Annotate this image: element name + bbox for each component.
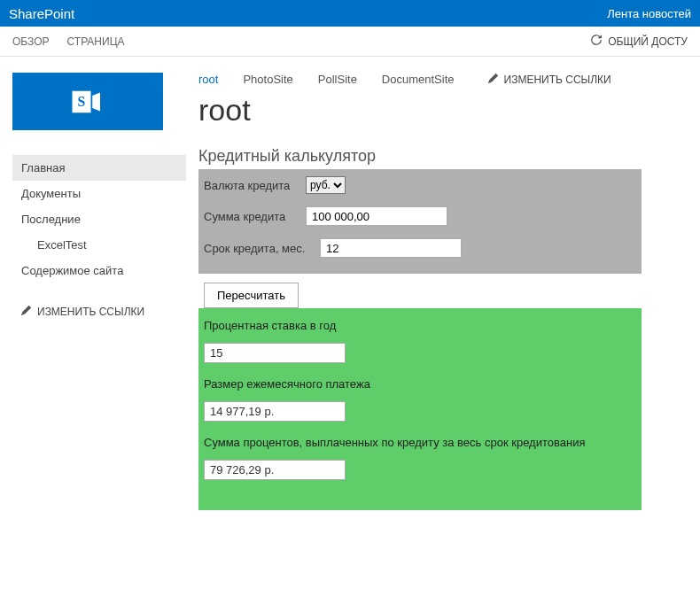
- top-nav-edit-label: ИЗМЕНИТЬ ССЫЛКИ: [504, 74, 611, 86]
- nav-exceltest[interactable]: ExcelTest: [12, 232, 186, 258]
- share-button[interactable]: ОБЩИЙ ДОСТУ: [590, 34, 688, 49]
- ribbon-tab-page[interactable]: СТРАНИЦА: [67, 35, 125, 48]
- nav-documents[interactable]: Документы: [12, 181, 186, 206]
- currency-label: Валюта кредита: [204, 179, 306, 192]
- rate-value: 15: [204, 343, 346, 363]
- rate-label: Процентная ставка в год: [204, 319, 636, 332]
- amount-label: Сумма кредита: [204, 210, 306, 223]
- amount-input[interactable]: [306, 206, 447, 226]
- page-title: root: [198, 93, 700, 128]
- newsfeed-link[interactable]: Лента новостей: [607, 7, 691, 20]
- quick-launch-edit-links[interactable]: ИЗМЕНИТЬ ССЫЛКИ: [12, 299, 186, 324]
- top-nav-root[interactable]: root: [198, 73, 218, 86]
- suite-brand[interactable]: SharePoint: [9, 6, 74, 21]
- top-nav-pollsite[interactable]: PollSite: [318, 73, 357, 86]
- ribbon: ОБЗОР СТРАНИЦА ОБЩИЙ ДОСТУ: [0, 27, 700, 57]
- pencil-icon: [488, 74, 498, 86]
- sharepoint-icon: S: [69, 83, 106, 120]
- sync-icon: [590, 34, 603, 49]
- currency-select[interactable]: руб.: [306, 176, 346, 194]
- nav-site-contents[interactable]: Содержимое сайта: [12, 258, 186, 283]
- top-nav-edit-links[interactable]: ИЗМЕНИТЬ ССЫЛКИ: [488, 74, 611, 86]
- ribbon-tab-browse[interactable]: ОБЗОР: [12, 35, 50, 48]
- calculator-form: Валюта кредита руб. Сумма кредита Срок к…: [198, 169, 642, 274]
- quick-launch: Главная Документы Последние ExcelTest Со…: [12, 155, 186, 283]
- monthly-label: Размер ежемесячного платежа: [204, 377, 636, 391]
- top-nav-documentsite[interactable]: DocumentSite: [382, 73, 455, 86]
- pencil-icon: [21, 306, 31, 318]
- monthly-value: 14 977,19 р.: [204, 401, 346, 422]
- calculator-title: Кредитный калькулятор: [198, 147, 700, 166]
- nav-recent[interactable]: Последние: [12, 206, 186, 232]
- edit-links-label: ИЗМЕНИТЬ ССЫЛКИ: [37, 306, 144, 318]
- nav-home[interactable]: Главная: [12, 155, 186, 181]
- suite-bar: SharePoint Лента новостей: [0, 0, 700, 27]
- total-interest-label: Сумма процентов, выплаченных по кредиту …: [204, 436, 636, 449]
- share-label: ОБЩИЙ ДОСТУ: [608, 35, 688, 48]
- svg-text:S: S: [78, 94, 86, 109]
- top-nav-photosite[interactable]: PhotoSite: [243, 73, 292, 86]
- recalculate-button[interactable]: Пересчитать: [204, 283, 299, 308]
- total-interest-value: 79 726,29 р.: [204, 460, 346, 480]
- top-nav: root PhotoSite PollSite DocumentSite ИЗМ…: [198, 73, 700, 86]
- term-label: Срок кредита, мес.: [204, 242, 320, 255]
- term-input[interactable]: [320, 238, 462, 258]
- site-logo[interactable]: S: [12, 73, 163, 130]
- results-panel: Процентная ставка в год 15 Размер ежемес…: [198, 308, 642, 510]
